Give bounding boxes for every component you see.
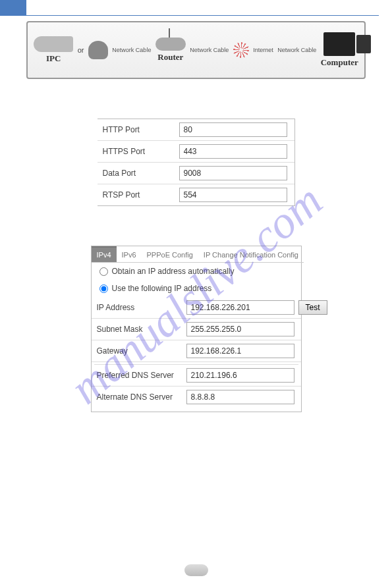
https-port-input[interactable]: [179, 144, 287, 159]
diagram-or: or: [78, 46, 84, 54]
https-port-label: HTTPS Port: [103, 147, 175, 156]
cable-label-3: Network Cable: [277, 47, 316, 53]
page-number-badge: [184, 564, 208, 576]
gateway-row: Gateway: [92, 340, 301, 362]
radio-auto-row[interactable]: Obtain an IP address automatically: [92, 263, 301, 280]
rtsp-port-input[interactable]: [179, 188, 287, 202]
ipc-label: IPC: [46, 53, 61, 64]
radio-auto[interactable]: [99, 267, 108, 276]
network-diagram: IPC or Network Cable Router Network Cabl…: [26, 21, 366, 79]
computer-label: Computer: [321, 57, 358, 68]
tab-ipv6[interactable]: IPv6: [117, 246, 142, 263]
diagram-dome: [88, 41, 108, 59]
data-port-input[interactable]: [179, 166, 287, 180]
ports-panel: HTTP Port HTTPS Port Data Port RTSP Port: [98, 119, 295, 206]
https-port-row: HTTPS Port: [98, 141, 294, 163]
subnet-input[interactable]: [186, 322, 294, 336]
page-header: [13, 0, 379, 16]
radio-static-label: Use the following IP address: [112, 284, 212, 293]
diagram-router: Router: [155, 38, 186, 63]
tab-ipv4[interactable]: IPv4: [92, 246, 117, 263]
gateway-input[interactable]: [186, 344, 294, 358]
diagram-ipc: IPC: [34, 36, 73, 64]
diagram-computer: Computer: [321, 32, 358, 68]
radio-static-row[interactable]: Use the following IP address: [92, 280, 301, 297]
cable-label-1: Network Cable: [112, 47, 151, 53]
subnet-row: Subnet Mask: [92, 319, 301, 340]
data-port-row: Data Port: [98, 163, 294, 184]
rtsp-port-row: RTSP Port: [98, 184, 294, 205]
alt-dns-label: Alternate DNS Server: [97, 392, 182, 402]
page-header-tab: [0, 0, 26, 16]
ip-address-label: IP Address: [97, 303, 182, 312]
http-port-row: HTTP Port: [98, 119, 294, 141]
pref-dns-label: Preferred DNS Server: [97, 371, 182, 380]
rtsp-port-label: RTSP Port: [103, 190, 175, 200]
tab-pppoe[interactable]: PPPoE Config: [142, 246, 198, 263]
pref-dns-input[interactable]: [186, 368, 294, 383]
cable-label-2: Network Cable: [190, 47, 229, 53]
http-port-input[interactable]: [179, 122, 287, 137]
ip-address-row: IP Address Test: [92, 297, 301, 319]
ip-config-panel: IPv4 IPv6 PPPoE Config IP Change Notific…: [91, 246, 302, 412]
ip-config-tabs: IPv4 IPv6 PPPoE Config IP Change Notific…: [92, 246, 301, 263]
test-button[interactable]: Test: [298, 300, 327, 315]
radio-static[interactable]: [99, 284, 108, 293]
internet-label: Internet: [253, 47, 273, 53]
alt-dns-row: Alternate DNS Server: [92, 387, 301, 408]
radio-auto-label: Obtain an IP address automatically: [112, 267, 235, 276]
ip-address-input[interactable]: [186, 300, 294, 315]
subnet-label: Subnet Mask: [97, 325, 182, 334]
internet-burst-icon: [233, 42, 249, 58]
tab-ip-change[interactable]: IP Change Notification Config: [198, 246, 304, 263]
alt-dns-input[interactable]: [186, 390, 294, 404]
router-label: Router: [157, 52, 183, 63]
pref-dns-row: Preferred DNS Server: [92, 365, 301, 387]
data-port-label: Data Port: [103, 169, 175, 178]
gateway-label: Gateway: [97, 346, 182, 356]
http-port-label: HTTP Port: [103, 125, 175, 134]
